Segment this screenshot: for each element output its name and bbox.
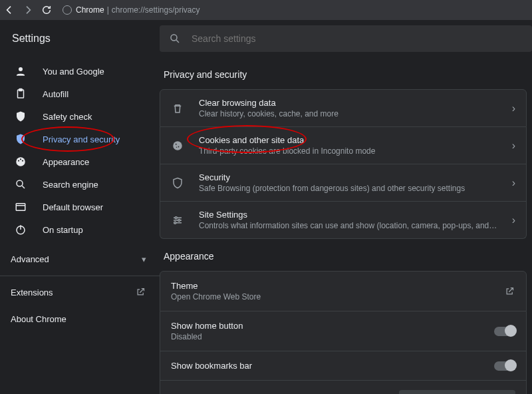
card-desc: Safe Browsing (protection from dangerous… bbox=[199, 184, 497, 193]
font-size-dropdown[interactable]: Medium (Recommended) ▾ bbox=[399, 390, 515, 394]
row-title: Show bookmarks bar bbox=[171, 361, 486, 371]
svg-rect-9 bbox=[16, 204, 25, 211]
svg-point-16 bbox=[176, 143, 177, 144]
sidebar-advanced-toggle[interactable]: Advanced ▾ bbox=[0, 245, 160, 273]
palette-icon bbox=[15, 156, 27, 168]
tune-icon bbox=[171, 214, 184, 227]
back-button[interactable] bbox=[4, 5, 15, 15]
row-desc: Open Chrome Web Store bbox=[171, 292, 497, 301]
svg-point-6 bbox=[22, 160, 23, 161]
sidebar-item-label: Appearance bbox=[43, 157, 89, 167]
svg-point-18 bbox=[176, 146, 178, 148]
settings-main: Privacy and security Clear browsing data… bbox=[160, 20, 532, 394]
sidebar-advanced-label: Advanced bbox=[11, 254, 49, 264]
svg-line-8 bbox=[22, 186, 25, 188]
sidebar-item-label: Privacy and security bbox=[43, 134, 120, 144]
card-clear-browsing-data[interactable]: Clear browsing data Clear history, cooki… bbox=[160, 89, 527, 127]
open-external-icon bbox=[136, 287, 146, 297]
row-font-size[interactable]: Font size Medium (Recommended) ▾ bbox=[160, 381, 527, 394]
row-title: Show home button bbox=[171, 321, 486, 331]
svg-line-14 bbox=[176, 40, 179, 43]
chevron-right-icon: › bbox=[512, 214, 515, 226]
sidebar-item-privacy-and-security[interactable]: Privacy and security bbox=[0, 128, 160, 150]
card-cookies[interactable]: Cookies and other site data Third-party … bbox=[160, 127, 527, 164]
card-title: Site Settings bbox=[199, 210, 497, 220]
settings-sidebar: Settings You and Google Autofill Safety … bbox=[0, 20, 160, 394]
sidebar-item-label: Safety check bbox=[43, 112, 92, 122]
sidebar-extensions-label: Extensions bbox=[11, 288, 53, 297]
sidebar-extensions[interactable]: Extensions bbox=[0, 279, 160, 305]
svg-point-15 bbox=[173, 141, 182, 150]
reload-button[interactable] bbox=[41, 5, 52, 15]
search-settings[interactable] bbox=[160, 25, 532, 52]
svg-point-4 bbox=[18, 160, 19, 161]
card-desc: Clear history, cookies, cache, and more bbox=[199, 109, 497, 118]
search-icon bbox=[169, 33, 181, 45]
search-input[interactable] bbox=[192, 33, 523, 44]
chevron-down-icon: ▾ bbox=[142, 254, 146, 264]
card-site-settings[interactable]: Site Settings Controls what information … bbox=[160, 202, 527, 239]
svg-rect-2 bbox=[19, 89, 23, 91]
search-icon bbox=[15, 178, 27, 190]
row-desc: Disabled bbox=[171, 332, 486, 341]
sidebar-item-on-startup[interactable]: On startup bbox=[0, 218, 160, 241]
sidebar-about-label: About Chrome bbox=[11, 314, 66, 324]
card-desc: Controls what information sites can use … bbox=[199, 221, 497, 230]
row-show-home-button[interactable]: Show home button Disabled bbox=[160, 311, 527, 351]
card-security[interactable]: Security Safe Browsing (protection from … bbox=[160, 164, 527, 202]
trash-icon bbox=[171, 102, 184, 115]
browser-icon bbox=[15, 201, 27, 213]
sidebar-item-default-browser[interactable]: Default browser bbox=[0, 196, 160, 218]
settings-title: Settings bbox=[0, 20, 160, 57]
open-external-icon bbox=[505, 286, 515, 297]
appearance-rows: Theme Open Chrome Web Store Show home bu… bbox=[160, 271, 527, 394]
row-title: Theme bbox=[171, 281, 497, 291]
svg-point-24 bbox=[174, 222, 176, 224]
browser-toolbar: Chrome | chrome://settings/privacy bbox=[0, 0, 532, 20]
address-bar[interactable]: Chrome | chrome://settings/privacy bbox=[59, 3, 528, 17]
row-show-bookmarks-bar[interactable]: Show bookmarks bar bbox=[160, 351, 527, 381]
url-path: chrome://settings/privacy bbox=[112, 5, 200, 15]
cookie-icon bbox=[171, 139, 184, 152]
shield-icon bbox=[171, 176, 184, 190]
section-title-privacy: Privacy and security bbox=[164, 69, 532, 80]
sidebar-item-label: You and Google bbox=[43, 67, 104, 77]
chevron-right-icon: › bbox=[512, 177, 515, 189]
card-title: Cookies and other site data bbox=[199, 135, 497, 145]
svg-point-7 bbox=[17, 180, 23, 186]
person-icon bbox=[15, 65, 27, 77]
chevron-right-icon: › bbox=[512, 102, 515, 114]
svg-point-0 bbox=[19, 67, 23, 71]
sidebar-item-label: On startup bbox=[43, 225, 83, 235]
sidebar-item-appearance[interactable]: Appearance bbox=[0, 150, 160, 173]
sidebar-item-search-engine[interactable]: Search engine bbox=[0, 173, 160, 196]
site-info-icon[interactable] bbox=[63, 5, 72, 15]
sidebar-about-chrome[interactable]: About Chrome bbox=[0, 305, 160, 332]
url-host: Chrome bbox=[76, 5, 104, 15]
row-theme[interactable]: Theme Open Chrome Web Store bbox=[160, 271, 527, 311]
svg-point-23 bbox=[178, 219, 180, 221]
card-title: Security bbox=[199, 172, 497, 182]
sidebar-item-label: Search engine bbox=[43, 180, 98, 190]
sidebar-item-label: Default browser bbox=[43, 202, 103, 212]
toggle-home-button[interactable] bbox=[494, 327, 515, 336]
divider bbox=[0, 276, 160, 276]
sidebar-item-you-and-google[interactable]: You and Google bbox=[0, 60, 160, 83]
toggle-bookmarks-bar[interactable] bbox=[494, 361, 515, 371]
section-title-appearance: Appearance bbox=[164, 251, 532, 262]
card-desc: Third-party cookies are blocked in Incog… bbox=[199, 146, 497, 156]
card-title: Clear browsing data bbox=[199, 98, 497, 108]
sidebar-item-safety-check[interactable]: Safety check bbox=[0, 105, 160, 128]
svg-point-5 bbox=[20, 158, 21, 160]
svg-point-17 bbox=[178, 146, 180, 147]
shield-icon bbox=[15, 133, 27, 145]
svg-point-13 bbox=[171, 35, 177, 41]
shield-check-icon bbox=[15, 110, 27, 122]
sidebar-item-autofill[interactable]: Autofill bbox=[0, 83, 160, 105]
svg-point-22 bbox=[175, 216, 177, 218]
chevron-right-icon: › bbox=[512, 140, 515, 152]
privacy-cards: Clear browsing data Clear history, cooki… bbox=[160, 89, 527, 239]
clipboard-icon bbox=[15, 88, 27, 100]
forward-button[interactable] bbox=[23, 5, 33, 15]
sidebar-item-label: Autofill bbox=[43, 89, 68, 99]
